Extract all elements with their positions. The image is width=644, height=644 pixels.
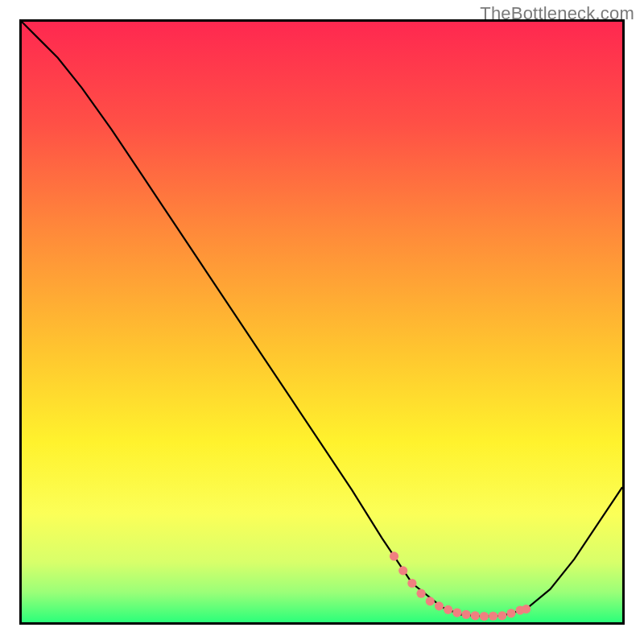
optimal-marker-dot <box>522 605 530 613</box>
optimal-marker-dot <box>471 611 480 620</box>
optimal-marker-dot <box>489 612 497 621</box>
optimal-marker-dot <box>497 611 506 620</box>
optimal-marker-dot <box>416 589 425 598</box>
optimal-marker-dot <box>407 579 416 588</box>
optimal-range-markers <box>390 551 530 621</box>
optimal-marker-dot <box>398 566 407 575</box>
optimal-marker-dot <box>461 610 470 619</box>
optimal-marker-dot <box>506 609 515 617</box>
plot-curves <box>22 22 622 622</box>
optimal-marker-dot <box>444 605 452 614</box>
optimal-marker-dot <box>480 612 489 621</box>
optimal-marker-dot <box>452 608 461 617</box>
chart-container: TheBottleneck.com <box>0 0 644 644</box>
optimal-marker-dot <box>435 601 444 610</box>
optimal-marker-dot <box>390 551 398 560</box>
optimal-marker-dot <box>426 597 435 605</box>
plot-area <box>19 19 625 625</box>
bottleneck-curve <box>22 22 622 617</box>
